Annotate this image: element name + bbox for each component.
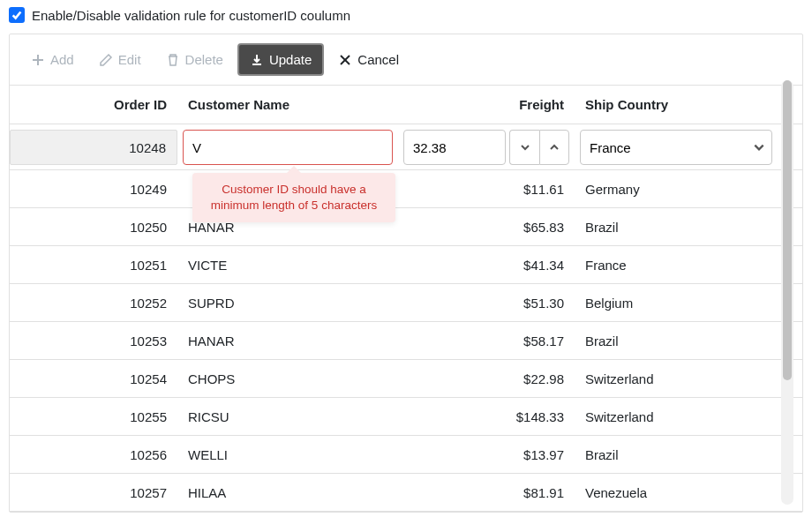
- table-row[interactable]: 10249$11.61Germany: [10, 170, 802, 208]
- freight-increment[interactable]: [539, 130, 569, 165]
- cell-order-id: 10252: [10, 287, 177, 319]
- cell-freight: $11.61: [398, 173, 575, 206]
- vertical-scrollbar[interactable]: [781, 80, 793, 505]
- table-row[interactable]: 10254CHOPS$22.98Switzerland: [10, 360, 802, 398]
- cancel-label: Cancel: [357, 52, 399, 67]
- edit-row: 10248: [10, 124, 802, 170]
- table-row[interactable]: 10252SUPRD$51.30Belgium: [10, 284, 802, 322]
- table-row[interactable]: 10253HANAR$58.17Brazil: [10, 322, 802, 360]
- cell-customer: HILAA: [177, 476, 398, 509]
- edit-label: Edit: [118, 52, 141, 67]
- col-order-id[interactable]: Order ID: [10, 88, 177, 121]
- cell-freight: $58.17: [398, 325, 575, 357]
- cell-freight: $81.91: [398, 476, 575, 509]
- checkbox-label: Enable/Disable validation rule for custo…: [32, 8, 350, 23]
- col-freight[interactable]: Freight: [398, 88, 575, 121]
- customer-name-input[interactable]: [183, 130, 393, 165]
- table-row[interactable]: 10256WELLI$13.97Brazil: [10, 436, 802, 474]
- cell-country: Venezuela: [575, 476, 778, 509]
- cell-country: Belgium: [575, 287, 778, 319]
- cell-order-id: 10253: [10, 325, 177, 357]
- cell-customer: CHOPS: [177, 363, 398, 395]
- update-button[interactable]: Update: [237, 43, 324, 76]
- cell-order-id: 10254: [10, 363, 177, 395]
- validation-message: Customer ID should have a minimum length…: [211, 183, 377, 212]
- cell-customer: WELLI: [177, 438, 398, 471]
- cell-country: Brazil: [575, 438, 778, 471]
- validation-tooltip: Customer ID should have a minimum length…: [192, 173, 395, 222]
- cell-freight: $13.97: [398, 438, 575, 471]
- delete-label: Delete: [185, 52, 223, 67]
- table-header: Order ID Customer Name Freight Ship Coun…: [10, 86, 802, 124]
- cell-country: France: [575, 249, 778, 281]
- cell-order-id: 10256: [10, 438, 177, 471]
- ship-country-select[interactable]: [580, 130, 772, 165]
- grid-toolbar: Add Edit Delete Update Cancel: [10, 34, 802, 86]
- enable-validation-checkbox[interactable]: [9, 7, 25, 23]
- cell-country: Switzerland: [575, 401, 778, 433]
- cell-order-id: 10249: [10, 173, 177, 206]
- scrollbar-thumb[interactable]: [783, 80, 792, 380]
- orderid-value: 10248: [129, 140, 166, 155]
- cell-order-id: 10251: [10, 249, 177, 281]
- freight-decrement[interactable]: [509, 130, 539, 165]
- cell-order-id: 10257: [10, 476, 177, 509]
- cell-freight: $41.34: [398, 249, 575, 281]
- cancel-button[interactable]: Cancel: [327, 45, 410, 74]
- cell-country: Switzerland: [575, 363, 778, 395]
- table-row[interactable]: 10251VICTE$41.34France: [10, 246, 802, 284]
- col-customer-name[interactable]: Customer Name: [177, 88, 398, 121]
- cell-freight: $148.33: [398, 401, 575, 433]
- cell-order-id: 10250: [10, 211, 177, 244]
- cell-freight: $22.98: [398, 363, 575, 395]
- orderid-cell: 10248: [10, 130, 177, 165]
- cell-customer: RICSU: [177, 401, 398, 433]
- delete-button[interactable]: Delete: [155, 45, 234, 74]
- update-label: Update: [269, 52, 312, 67]
- data-grid: Add Edit Delete Update Cancel Order ID C…: [9, 34, 803, 513]
- cell-country: Brazil: [575, 211, 778, 244]
- add-label: Add: [50, 52, 74, 67]
- col-ship-country[interactable]: Ship Country: [575, 88, 778, 121]
- table-row[interactable]: 10255RICSU$148.33Switzerland: [10, 398, 802, 436]
- cell-customer: VICTE: [177, 249, 398, 281]
- cell-customer: HANAR: [177, 325, 398, 357]
- cell-freight: $65.83: [398, 211, 575, 244]
- cell-order-id: 10255: [10, 401, 177, 433]
- cell-country: Germany: [575, 173, 778, 206]
- add-button[interactable]: Add: [20, 45, 85, 74]
- cell-freight: $51.30: [398, 287, 575, 319]
- cell-customer: SUPRD: [177, 287, 398, 319]
- cell-country: Brazil: [575, 325, 778, 357]
- edit-button[interactable]: Edit: [88, 45, 152, 74]
- freight-input[interactable]: [403, 130, 506, 165]
- table-row[interactable]: 10257HILAA$81.91Venezuela: [10, 474, 802, 512]
- table-row[interactable]: 10250HANAR$65.83Brazil: [10, 208, 802, 246]
